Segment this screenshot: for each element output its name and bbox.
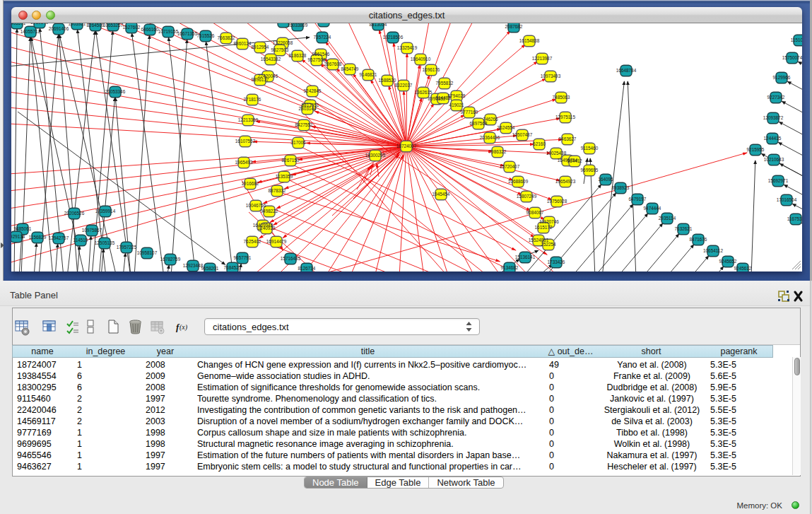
svg-text:9129966: 9129966 [773,75,791,80]
svg-text:317006: 317006 [290,140,306,145]
svg-text:9084067: 9084067 [526,210,544,215]
svg-text:9463627: 9463627 [559,136,577,141]
svg-text:1167531: 1167531 [787,216,802,221]
svg-text:8938923: 8938923 [612,185,630,190]
svg-text:20364436: 20364436 [480,135,500,140]
svg-text:10973493: 10973493 [541,74,561,78]
svg-text:8471676: 8471676 [690,237,707,242]
svg-text:20691406: 20691406 [49,26,69,31]
svg-text:10210643: 10210643 [764,157,784,162]
svg-text:8912954: 8912954 [252,45,269,49]
svg-text:2935114: 2935114 [659,216,676,221]
svg-text:1615172: 1615172 [535,225,553,230]
svg-text:9227342: 9227342 [767,95,785,100]
svg-text:7625402: 7625402 [244,239,261,244]
svg-text:10653257: 10653257 [103,23,124,28]
svg-text:18724007: 18724007 [396,144,417,148]
svg-text:9527508: 9527508 [308,57,326,62]
svg-text:1588520: 1588520 [379,78,396,83]
svg-text:15692971: 15692971 [768,178,789,183]
svg-text:8427552: 8427552 [295,122,313,127]
svg-text:9115460: 9115460 [581,146,599,151]
svg-text:1240939: 1240939 [258,226,276,230]
svg-text:7684521: 7684521 [224,265,242,270]
svg-text:15807249: 15807249 [517,194,537,199]
svg-text:13325419: 13325419 [397,45,418,50]
svg-text:1135359: 1135359 [276,174,293,179]
svg-text:9657791: 9657791 [234,255,252,260]
svg-text:984412: 984412 [567,158,582,163]
svg-text:8186328: 8186328 [289,53,307,58]
svg-text:7485063: 7485063 [553,95,570,100]
svg-text:13226058: 13226058 [273,40,293,45]
svg-text:1405571: 1405571 [11,23,26,25]
svg-text:12093872: 12093872 [763,115,784,120]
svg-text:2867608: 2867608 [324,62,342,66]
svg-text:16154838: 16154838 [519,38,540,43]
svg-text:1916682: 1916682 [242,181,259,186]
svg-text:1929134: 1929134 [11,234,25,239]
svg-text:8454749: 8454749 [341,66,359,71]
svg-text:18300295: 18300295 [365,153,386,158]
svg-text:9827503: 9827503 [271,47,289,52]
svg-text:8126734: 8126734 [298,266,316,271]
svg-text:1903921: 1903921 [69,23,86,26]
svg-text:9146821: 9146821 [360,72,377,77]
svg-text:9485061: 9485061 [14,226,32,231]
svg-text:16782759: 16782759 [160,257,181,262]
svg-text:1244415: 1244415 [764,136,782,141]
svg-text:16914479: 16914479 [266,239,287,244]
svg-text:14055712: 14055712 [20,29,41,34]
svg-text:9498222: 9498222 [261,209,278,214]
svg-text:16671355: 16671355 [177,31,198,36]
svg-text:8860124: 8860124 [234,41,252,46]
svg-text:16543382: 16543382 [261,57,281,62]
svg-text:16648784: 16648784 [616,68,637,73]
svg-text:8322037: 8322037 [395,83,413,88]
svg-text:8813054: 8813054 [370,23,387,27]
svg-text:6479197: 6479197 [629,197,647,201]
svg-text:10025438: 10025438 [546,151,567,156]
svg-text:12213369: 12213369 [238,117,259,122]
svg-text:10719155: 10719155 [158,29,179,34]
svg-text:114519: 114519 [73,238,88,243]
svg-text:2069140: 2069140 [31,23,49,25]
svg-text:9245612: 9245612 [734,266,752,271]
svg-text:164095: 164095 [598,177,613,182]
svg-text:12505135: 12505135 [95,240,115,245]
svg-text:9245652: 9245652 [719,259,737,264]
svg-text:17957225: 17957225 [117,245,137,250]
svg-text:12213987: 12213987 [532,56,553,61]
svg-text:21053346: 21053346 [105,89,126,94]
svg-text:17359914: 17359914 [95,209,116,214]
svg-text:10958107: 10958107 [137,250,158,255]
svg-text:7663822: 7663822 [218,35,235,40]
svg-text:12942757: 12942757 [49,235,69,240]
svg-text:16033809: 16033809 [288,23,308,28]
svg-text:18640910: 18640910 [411,57,431,62]
svg-text:2087682: 2087682 [505,24,523,29]
svg-text:9215955: 9215955 [747,147,765,152]
svg-text:15750074: 15750074 [782,55,802,60]
svg-text:10654112: 10654112 [703,248,723,253]
svg-text:19756928: 19756928 [547,199,567,204]
svg-text:9658201: 9658201 [201,266,219,271]
svg-text:11120746: 11120746 [539,219,559,224]
svg-text:16107552: 16107552 [235,139,256,144]
svg-text:20206526: 20206526 [64,211,85,216]
svg-text:17016504: 17016504 [777,197,797,202]
svg-text:9134682: 9134682 [501,265,519,270]
svg-text:1733426: 1733426 [548,259,565,264]
svg-text:62160: 62160 [533,141,546,146]
svg-text:914482: 914482 [435,95,451,100]
svg-text:419021: 419021 [449,103,464,107]
svg-text:10688609: 10688609 [508,179,529,184]
svg-text:1156829: 1156829 [29,235,47,240]
svg-text:8267150: 8267150 [282,158,300,163]
svg-text:8878332: 8878332 [269,188,286,193]
svg-text:252254: 252254 [541,242,556,247]
svg-text:8264509: 8264509 [87,23,105,28]
svg-text:10975867: 10975867 [82,228,102,233]
svg-text:1362615: 1362615 [415,90,433,95]
svg-text:2803144: 2803144 [299,106,317,111]
